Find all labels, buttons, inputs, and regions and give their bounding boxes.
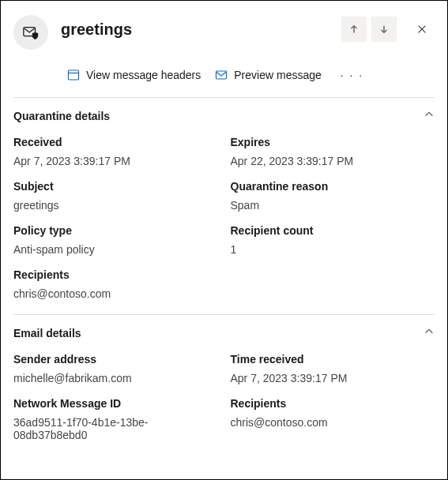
preview-message-link[interactable]: Preview message (215, 69, 322, 81)
close-icon (416, 24, 427, 35)
reason-value: Spam (231, 199, 435, 212)
page-title: greetings (61, 15, 341, 39)
prev-message-button[interactable] (341, 17, 367, 42)
actions-bar: View message headers Preview message · ·… (1, 51, 447, 97)
time-received-value: Apr 7, 2023 3:39:17 PM (231, 372, 435, 384)
policy-field: Policy type Anti-spam policy (13, 224, 218, 256)
close-button[interactable] (409, 17, 435, 42)
next-message-button[interactable] (371, 17, 397, 42)
count-field: Recipient count 1 (231, 224, 435, 256)
received-value: Apr 7, 2023 3:39:17 PM (13, 155, 218, 167)
mail-shield-icon (22, 24, 40, 41)
quarantine-details-grid: Received Apr 7, 2023 3:39:17 PM Expires … (1, 125, 447, 314)
expires-label: Expires (231, 136, 435, 148)
chevron-up-icon (424, 109, 435, 123)
more-actions-button[interactable]: · · · (336, 66, 368, 84)
received-label: Received (13, 136, 218, 148)
recipients-label: Recipients (13, 268, 435, 281)
subject-value: greetings (13, 199, 218, 212)
panel-header: greetings (1, 1, 447, 51)
view-headers-label: View message headers (86, 69, 201, 81)
email-recipients-value: chris@contoso.com (231, 416, 435, 429)
reason-field: Quarantine reason Spam (231, 180, 435, 212)
recipients-value: chris@contoso.com (13, 287, 435, 300)
received-field: Received Apr 7, 2023 3:39:17 PM (13, 136, 218, 167)
top-actions (341, 17, 435, 42)
headers-icon (67, 69, 80, 81)
sender-label: Sender address (13, 353, 218, 366)
email-section-toggle[interactable]: Email details (1, 315, 447, 342)
quarantine-avatar (13, 15, 48, 50)
expires-value: Apr 22, 2023 3:39:17 PM (231, 155, 435, 167)
count-value: 1 (231, 243, 435, 256)
sender-field: Sender address michelle@fabrikam.com (13, 353, 218, 384)
subject-label: Subject (13, 180, 218, 193)
policy-label: Policy type (13, 224, 218, 237)
email-details-grid: Sender address michelle@fabrikam.com Tim… (1, 342, 447, 456)
message-id-value: 36ad9511-1f70-4b1e-13be-08db37b8ebd0 (13, 416, 218, 441)
message-id-label: Network Message ID (13, 397, 218, 410)
arrow-up-icon (348, 24, 360, 35)
mail-icon (215, 69, 228, 81)
policy-value: Anti-spam policy (13, 243, 218, 256)
email-recipients-field: Recipients chris@contoso.com (231, 397, 435, 441)
chevron-up-icon (424, 326, 435, 340)
svg-rect-1 (69, 70, 79, 80)
subject-field: Subject greetings (13, 180, 218, 212)
reason-label: Quarantine reason (231, 180, 435, 193)
view-headers-link[interactable]: View message headers (67, 69, 201, 81)
quarantine-section-title: Quarantine details (13, 110, 110, 122)
quarantine-section-toggle[interactable]: Quarantine details (1, 98, 447, 125)
count-label: Recipient count (231, 224, 435, 237)
arrow-down-icon (378, 24, 390, 35)
message-id-field: Network Message ID 36ad9511-1f70-4b1e-13… (13, 397, 218, 441)
time-received-field: Time received Apr 7, 2023 3:39:17 PM (231, 353, 435, 384)
preview-message-label: Preview message (234, 69, 322, 81)
time-received-label: Time received (231, 353, 435, 366)
email-recipients-label: Recipients (231, 397, 435, 410)
email-section-title: Email details (13, 327, 81, 339)
expires-field: Expires Apr 22, 2023 3:39:17 PM (231, 136, 435, 167)
recipients-field: Recipients chris@contoso.com (13, 268, 435, 300)
more-icon: · · · (341, 69, 363, 81)
svg-rect-3 (216, 71, 227, 79)
sender-value: michelle@fabrikam.com (13, 372, 218, 384)
